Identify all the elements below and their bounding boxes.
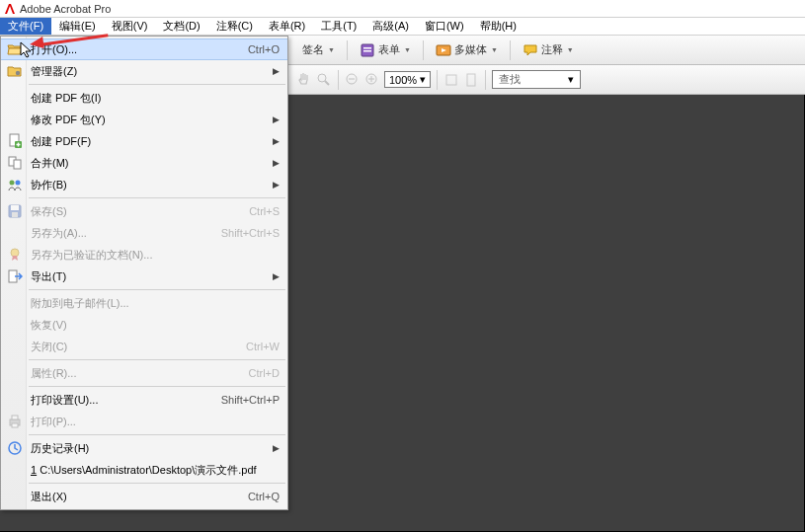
menu-item-label: 导出(T): [31, 269, 267, 284]
svg-rect-24: [11, 205, 19, 210]
separator: [423, 40, 424, 60]
submenu-arrow-icon: ▶: [273, 66, 280, 76]
svg-point-22: [16, 181, 21, 186]
hand-tool-icon[interactable]: [296, 72, 312, 88]
mouse-cursor-icon: [20, 41, 34, 63]
menu-item-shortcut: Shift+Ctrl+S: [221, 227, 280, 239]
svg-point-26: [11, 249, 19, 257]
menu-item-label: 创建 PDF 包(I): [31, 91, 280, 106]
menu-item-2[interactable]: 视图(V): [104, 18, 156, 35]
forms-button[interactable]: 表单 ▼: [354, 39, 417, 61]
sign-button[interactable]: 签名 ▼: [296, 39, 341, 60]
menu-item-0[interactable]: 文件(F): [0, 18, 51, 35]
blank-icon: [5, 365, 25, 381]
svg-line-6: [325, 81, 329, 85]
svg-rect-12: [446, 75, 456, 85]
menu-item-label: 打印(P)...: [31, 415, 280, 429]
marquee-zoom-icon[interactable]: [316, 72, 332, 88]
file-menu-dropdown: 打开(O)...Ctrl+O管理器(Z)▶创建 PDF 包(I)修改 PDF 包…: [0, 36, 288, 510]
chevron-down-icon: ▼: [404, 46, 411, 53]
file-menu-item-23[interactable]: 历史记录(H)▶: [1, 437, 287, 459]
file-menu-item-10: 另存为(A)...Shift+Ctrl+S: [1, 222, 287, 244]
separator: [485, 70, 486, 90]
menu-item-label: 附加到电子邮件(L)...: [31, 296, 280, 311]
file-menu-item-12[interactable]: 导出(T)▶: [1, 266, 287, 287]
zoom-combo[interactable]: 100% ▾: [384, 71, 431, 88]
menu-item-3[interactable]: 文档(D): [155, 18, 207, 35]
collab-icon: [5, 177, 25, 192]
submenu-arrow-icon: ▶: [273, 158, 280, 168]
zoom-value: 100%: [389, 74, 417, 86]
blank-icon: [5, 317, 25, 333]
submenu-arrow-icon: ▶: [273, 443, 280, 453]
sign-label: 签名: [302, 42, 324, 57]
file-menu-item-26[interactable]: 退出(X)Ctrl+Q: [1, 486, 287, 507]
menu-item-6[interactable]: 工具(T): [313, 18, 364, 35]
file-menu-item-9: 保存(S)Ctrl+S: [1, 200, 287, 222]
menu-item-label: 协作(B): [31, 178, 267, 192]
menu-item-label: 修改 PDF 包(Y): [31, 113, 267, 127]
menu-separator: [29, 359, 285, 360]
menu-item-label: 另存为已验证的文档(N)...: [31, 248, 280, 263]
fit-page-icon[interactable]: [463, 72, 479, 88]
submenu-arrow-icon: ▶: [273, 271, 280, 281]
menu-item-label: 创建 PDF(F): [31, 134, 267, 149]
app-title: Adobe Acrobat Pro: [20, 3, 111, 15]
menu-separator: [29, 197, 285, 198]
svg-rect-1: [363, 47, 371, 49]
svg-rect-25: [12, 212, 18, 217]
blank-icon: [5, 295, 25, 311]
chevron-down-icon: ▼: [567, 46, 574, 53]
menu-item-label: 另存为(A)...: [31, 226, 211, 241]
print-icon: [5, 414, 25, 429]
comment-label: 注释: [541, 42, 563, 57]
zoom-in-icon[interactable]: [364, 72, 380, 88]
cert-icon: [5, 247, 25, 263]
menu-item-8[interactable]: 窗口(W): [417, 18, 472, 35]
file-menu-item-20[interactable]: 打印设置(U)...Shift+Ctrl+P: [1, 389, 287, 411]
file-menu-item-24[interactable]: 1 C:\Users\Administrator\Desktop\演示文件.pd…: [1, 459, 287, 481]
menu-item-label: 打印设置(U)...: [31, 393, 211, 408]
blank-icon: [5, 339, 25, 354]
zoom-out-icon[interactable]: [345, 72, 361, 88]
file-menu-item-21: 打印(P)...: [1, 411, 287, 432]
file-menu-item-7[interactable]: 协作(B)▶: [1, 174, 287, 195]
menu-item-7[interactable]: 高级(A): [364, 18, 417, 35]
separator: [338, 70, 339, 90]
file-menu-item-4[interactable]: 修改 PDF 包(Y)▶: [1, 109, 287, 130]
menu-item-5[interactable]: 表单(R): [261, 18, 313, 35]
file-menu-item-11: 另存为已验证的文档(N)...: [1, 244, 287, 266]
file-menu-item-3[interactable]: 创建 PDF 包(I): [1, 87, 287, 109]
menu-item-shortcut: Ctrl+W: [246, 341, 280, 352]
svg-point-14: [16, 71, 20, 75]
svg-rect-30: [12, 423, 18, 427]
menu-item-9[interactable]: 帮助(H): [472, 18, 524, 35]
menu-item-label: 1 C:\Users\Administrator\Desktop\演示文件.pd…: [31, 463, 280, 478]
menu-item-shortcut: Ctrl+O: [248, 43, 280, 55]
save-icon: [5, 203, 25, 219]
blank-icon: [5, 225, 25, 241]
separator: [437, 70, 438, 90]
blank-icon: [5, 112, 25, 127]
multimedia-button[interactable]: 多媒体 ▼: [430, 39, 504, 61]
file-menu-item-5[interactable]: 创建 PDF(F)▶: [1, 130, 287, 152]
menu-item-1[interactable]: 编辑(E): [51, 18, 104, 35]
export-icon: [5, 268, 25, 284]
menu-item-4[interactable]: 注释(C): [208, 18, 261, 35]
file-menu-item-1[interactable]: 管理器(Z)▶: [1, 60, 287, 82]
chevron-down-icon: ▾: [420, 73, 426, 86]
multimedia-label: 多媒体: [454, 42, 487, 57]
comment-icon: [523, 42, 538, 58]
fit-width-icon[interactable]: [443, 72, 459, 88]
menu-separator: [29, 289, 285, 290]
file-menu-item-6[interactable]: 合并(M)▶: [1, 152, 287, 174]
search-input[interactable]: 查找 ▾: [492, 70, 581, 89]
submenu-arrow-icon: ▶: [273, 136, 280, 146]
menu-item-label: 关闭(C): [31, 340, 236, 354]
svg-point-21: [10, 181, 15, 186]
menu-item-shortcut: Ctrl+S: [249, 205, 280, 217]
menu-item-shortcut: Ctrl+D: [249, 367, 280, 379]
comment-button[interactable]: 注释 ▼: [517, 39, 580, 61]
submenu-arrow-icon: ▶: [273, 114, 280, 124]
menubar: 文件(F)编辑(E)视图(V)文档(D)注释(C)表单(R)工具(T)高级(A)…: [0, 18, 805, 36]
